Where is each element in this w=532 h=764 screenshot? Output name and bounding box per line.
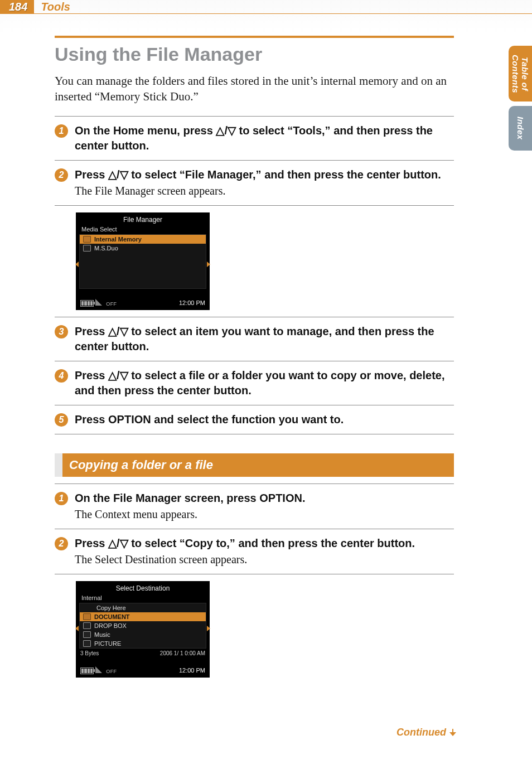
list-item-label: DROP BOX [94,622,127,629]
step-body: On the Home menu, press △/▽ to select “T… [75,123,454,153]
content: Using the File Manager You can manage th… [55,36,454,678]
folder-icon [83,245,91,252]
list-item: Copy Here [80,603,206,612]
step-number: 4 [55,369,68,383]
page: 184 Tools Table of Contents Index Using … [0,0,532,764]
title-rule [55,36,454,38]
running-header: 184 Tools [0,0,532,13]
step-number: 3 [55,325,68,339]
step-body: On the File Manager screen, press OPTION… [75,491,454,522]
list-item: Internal Memory [80,235,206,244]
divider [55,160,454,161]
list-item-label: PICTURE [94,640,121,647]
file-manager-screenshot: File Manager Media Select Internal Memor… [76,212,210,310]
step-result: The File Manager screen appears. [75,183,454,199]
tab-toc-line2: Contents [511,55,520,93]
divider [55,116,454,117]
intro-paragraph: You can manage the folders and files sto… [55,73,454,105]
continued-label: Continued [396,727,446,738]
side-tabs: Table of Contents Index [509,46,532,151]
right-arrow-icon [207,626,210,631]
list-item: PICTURE [80,639,206,648]
step-instruction: Press △/▽ to select “File Manager,” and … [75,167,454,182]
step-instruction: Press OPTION and select the function you… [75,412,454,427]
battery-icon [80,668,94,674]
step-instruction: On the File Manager screen, press OPTION… [75,491,454,506]
signal-off-label: OFF [106,301,117,307]
step: 5Press OPTION and select the function yo… [55,412,454,427]
down-arrow-icon [449,729,457,737]
step-body: Press △/▽ to select “File Manager,” and … [75,167,454,199]
step-number: 2 [55,537,68,550]
step: 2Press △/▽ to select “Copy to,” and then… [55,536,454,567]
screen-statusbar: OFF 12:00 PM [79,289,206,308]
step-instruction: Press △/▽ to select an item you want to … [75,324,454,354]
screen-status-line: 3 Bytes 2006 1/ 1 0:00 AM [79,649,206,656]
right-arrow-icon [207,262,210,267]
clock: 12:00 PM [179,299,205,306]
step-body: Press △/▽ to select an item you want to … [75,324,454,354]
step-result: The Context menu appears. [75,507,454,522]
folder-icon [83,622,91,629]
list-item-label: M.S.Duo [94,245,118,252]
header-rule [0,13,532,14]
step: 4Press △/▽ to select a file or a folder … [55,368,454,398]
battery-icon [80,300,94,307]
divider [55,483,454,484]
signal-off-label: OFF [106,669,117,674]
step-instruction: On the Home menu, press △/▽ to select “T… [75,123,454,153]
step: 1On the Home menu, press △/▽ to select “… [55,123,454,153]
divider [55,205,454,206]
list-item-label: Copy Here [96,605,126,611]
divider [55,574,454,574]
status-left: 3 Bytes [80,650,99,656]
step-number: 5 [55,413,68,427]
step: 3Press △/▽ to select an item you want to… [55,324,454,354]
list-item-label: DOCUMENT [94,613,130,620]
step-number: 1 [55,124,68,138]
step-number: 1 [55,492,68,505]
tab-index-label: Index [516,117,525,140]
screen-subtitle: Internal [79,594,206,603]
screen-title: File Manager [79,215,206,226]
tab-index[interactable]: Index [509,106,532,151]
divider [55,529,454,529]
step-instruction: Press △/▽ to select “Copy to,” and then … [75,536,454,551]
step-body: Press OPTION and select the function you… [75,412,454,427]
divider [55,405,454,405]
list-item: DOCUMENT [80,612,206,621]
left-arrow-icon [75,262,79,267]
folder-icon [83,236,91,243]
folder-icon [83,613,91,620]
page-number: 184 [0,0,34,13]
clock: 12:00 PM [179,667,205,674]
list-item: DROP BOX [80,621,206,630]
tab-toc-line1: Table of [520,57,530,91]
screen-subtitle: Media Select [79,226,206,234]
list-item-label: Internal Memory [94,236,142,243]
list-item-label: Music [94,631,110,638]
step-body: Press △/▽ to select a file or a folder y… [75,368,454,398]
divider [55,361,454,361]
step: 2Press △/▽ to select “File Manager,” and… [55,167,454,199]
continued-indicator: Continued [396,727,457,738]
screen-statusbar: OFF 12:00 PM [79,656,206,675]
screen-list: Copy HereDOCUMENTDROP BOXMusicPICTURE [79,603,206,649]
step-number: 2 [55,168,68,182]
left-arrow-icon [75,626,79,631]
step-body: Press △/▽ to select “Copy to,” and then … [75,536,454,567]
status-right: 2006 1/ 1 0:00 AM [160,650,205,656]
divider [55,317,454,317]
divider [55,434,454,434]
folder-icon [83,640,91,647]
header-section: Tools [34,0,70,13]
subsection-heading: Copying a folder or a file [55,453,454,477]
list-item: Music [80,630,206,639]
signal-icon [95,666,102,673]
screen-title: Select Destination [79,583,206,594]
folder-icon [83,631,91,638]
page-title: Using the File Manager [55,43,454,65]
tab-table-of-contents[interactable]: Table of Contents [509,46,532,101]
step-result: The Select Destination screen appears. [75,552,454,567]
list-item: M.S.Duo [80,244,206,253]
